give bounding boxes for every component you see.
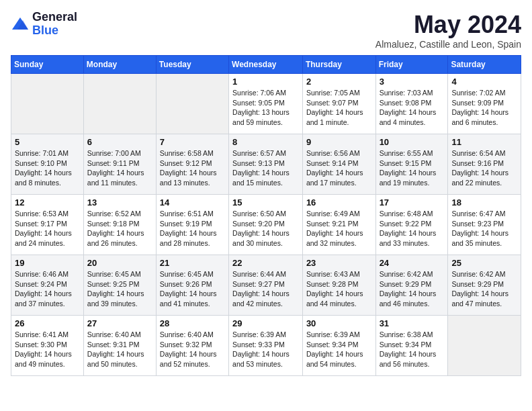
day-number: 11 bbox=[451, 137, 517, 147]
day-cell: 21Sunrise: 6:45 AM Sunset: 9:26 PM Dayli… bbox=[156, 255, 228, 316]
day-number: 2 bbox=[306, 77, 372, 87]
day-number: 31 bbox=[380, 318, 445, 328]
day-number: 21 bbox=[160, 258, 225, 268]
day-info: Sunrise: 6:45 AM Sunset: 9:25 PM Dayligh… bbox=[87, 269, 152, 309]
day-info: Sunrise: 6:49 AM Sunset: 9:21 PM Dayligh… bbox=[306, 209, 372, 248]
day-info: Sunrise: 6:41 AM Sunset: 9:30 PM Dayligh… bbox=[15, 330, 80, 369]
day-info: Sunrise: 6:38 AM Sunset: 9:34 PM Dayligh… bbox=[380, 330, 445, 369]
day-cell bbox=[156, 74, 228, 134]
day-cell: 5Sunrise: 7:01 AM Sunset: 9:10 PM Daylig… bbox=[11, 134, 84, 195]
calendar-table: SundayMondayTuesdayWednesdayThursdayFrid… bbox=[11, 55, 521, 376]
day-cell: 15Sunrise: 6:50 AM Sunset: 9:20 PM Dayli… bbox=[229, 195, 303, 255]
day-number: 27 bbox=[87, 318, 152, 328]
day-info: Sunrise: 7:06 AM Sunset: 9:05 PM Dayligh… bbox=[232, 88, 299, 128]
col-header-sunday: Sunday bbox=[11, 56, 84, 74]
day-cell: 23Sunrise: 6:43 AM Sunset: 9:28 PM Dayli… bbox=[302, 255, 375, 316]
day-info: Sunrise: 6:45 AM Sunset: 9:26 PM Dayligh… bbox=[160, 269, 225, 309]
day-number: 25 bbox=[451, 258, 517, 268]
day-number: 19 bbox=[15, 258, 80, 268]
day-number: 7 bbox=[160, 137, 225, 147]
day-number: 5 bbox=[15, 137, 80, 147]
col-header-monday: Monday bbox=[83, 56, 156, 74]
day-cell: 24Sunrise: 6:42 AM Sunset: 9:29 PM Dayli… bbox=[375, 255, 448, 316]
col-header-thursday: Thursday bbox=[302, 56, 375, 74]
day-cell: 10Sunrise: 6:55 AM Sunset: 9:15 PM Dayli… bbox=[375, 134, 448, 195]
day-cell: 14Sunrise: 6:51 AM Sunset: 9:19 PM Dayli… bbox=[156, 195, 228, 255]
day-cell: 16Sunrise: 6:49 AM Sunset: 9:21 PM Dayli… bbox=[302, 195, 375, 255]
day-number: 20 bbox=[87, 258, 152, 268]
week-row-4: 19Sunrise: 6:46 AM Sunset: 9:24 PM Dayli… bbox=[11, 255, 521, 316]
day-cell: 20Sunrise: 6:45 AM Sunset: 9:25 PM Dayli… bbox=[83, 255, 156, 316]
day-cell: 13Sunrise: 6:52 AM Sunset: 9:18 PM Dayli… bbox=[83, 195, 156, 255]
day-info: Sunrise: 6:39 AM Sunset: 9:33 PM Dayligh… bbox=[232, 330, 299, 369]
day-info: Sunrise: 7:02 AM Sunset: 9:09 PM Dayligh… bbox=[451, 88, 517, 128]
day-number: 14 bbox=[160, 197, 225, 208]
day-cell: 4Sunrise: 7:02 AM Sunset: 9:09 PM Daylig… bbox=[448, 74, 521, 134]
day-cell: 28Sunrise: 6:40 AM Sunset: 9:32 PM Dayli… bbox=[156, 316, 228, 376]
day-number: 28 bbox=[160, 318, 225, 328]
day-number: 6 bbox=[87, 137, 152, 147]
day-cell: 25Sunrise: 6:42 AM Sunset: 9:29 PM Dayli… bbox=[448, 255, 521, 316]
day-number: 15 bbox=[232, 197, 299, 208]
day-cell: 11Sunrise: 6:54 AM Sunset: 9:16 PM Dayli… bbox=[448, 134, 521, 195]
day-info: Sunrise: 6:48 AM Sunset: 9:22 PM Dayligh… bbox=[380, 209, 445, 248]
day-info: Sunrise: 6:52 AM Sunset: 9:18 PM Dayligh… bbox=[87, 209, 152, 248]
day-cell bbox=[448, 316, 521, 376]
logo-general-text: General bbox=[32, 11, 77, 24]
day-info: Sunrise: 7:00 AM Sunset: 9:11 PM Dayligh… bbox=[87, 148, 152, 188]
day-number: 9 bbox=[306, 137, 372, 147]
day-info: Sunrise: 6:46 AM Sunset: 9:24 PM Dayligh… bbox=[15, 269, 80, 309]
day-number: 18 bbox=[451, 197, 517, 208]
day-number: 23 bbox=[306, 258, 372, 268]
day-number: 8 bbox=[232, 137, 299, 147]
day-cell bbox=[83, 74, 156, 134]
day-info: Sunrise: 7:03 AM Sunset: 9:08 PM Dayligh… bbox=[380, 88, 445, 128]
logo: General Blue bbox=[11, 11, 77, 38]
day-info: Sunrise: 6:57 AM Sunset: 9:13 PM Dayligh… bbox=[232, 148, 299, 188]
calendar-header: SundayMondayTuesdayWednesdayThursdayFrid… bbox=[11, 56, 521, 74]
day-cell: 9Sunrise: 6:56 AM Sunset: 9:14 PM Daylig… bbox=[302, 134, 375, 195]
day-cell: 8Sunrise: 6:57 AM Sunset: 9:13 PM Daylig… bbox=[229, 134, 303, 195]
day-cell: 12Sunrise: 6:53 AM Sunset: 9:17 PM Dayli… bbox=[11, 195, 84, 255]
day-info: Sunrise: 7:01 AM Sunset: 9:10 PM Dayligh… bbox=[15, 148, 80, 188]
day-cell: 19Sunrise: 6:46 AM Sunset: 9:24 PM Dayli… bbox=[11, 255, 84, 316]
logo-icon bbox=[11, 15, 30, 34]
page-header: General Blue May 2024 Almaluez, Castille… bbox=[11, 11, 521, 50]
day-number: 24 bbox=[380, 258, 445, 268]
day-cell: 31Sunrise: 6:38 AM Sunset: 9:34 PM Dayli… bbox=[375, 316, 448, 376]
logo-blue-text: Blue bbox=[32, 24, 77, 38]
week-row-1: 1Sunrise: 7:06 AM Sunset: 9:05 PM Daylig… bbox=[11, 74, 521, 134]
day-cell: 6Sunrise: 7:00 AM Sunset: 9:11 PM Daylig… bbox=[83, 134, 156, 195]
day-info: Sunrise: 6:55 AM Sunset: 9:15 PM Dayligh… bbox=[380, 148, 445, 188]
week-row-3: 12Sunrise: 6:53 AM Sunset: 9:17 PM Dayli… bbox=[11, 195, 521, 255]
col-header-saturday: Saturday bbox=[448, 56, 521, 74]
day-cell: 27Sunrise: 6:40 AM Sunset: 9:31 PM Dayli… bbox=[83, 316, 156, 376]
col-header-wednesday: Wednesday bbox=[229, 56, 303, 74]
day-info: Sunrise: 6:44 AM Sunset: 9:27 PM Dayligh… bbox=[232, 269, 299, 309]
day-info: Sunrise: 6:42 AM Sunset: 9:29 PM Dayligh… bbox=[380, 269, 445, 309]
col-header-tuesday: Tuesday bbox=[156, 56, 228, 74]
day-number: 4 bbox=[451, 77, 517, 87]
day-cell bbox=[11, 74, 84, 134]
day-info: Sunrise: 6:51 AM Sunset: 9:19 PM Dayligh… bbox=[160, 209, 225, 248]
day-cell: 2Sunrise: 7:05 AM Sunset: 9:07 PM Daylig… bbox=[302, 74, 375, 134]
day-info: Sunrise: 6:47 AM Sunset: 9:23 PM Dayligh… bbox=[451, 209, 517, 248]
day-cell: 7Sunrise: 6:58 AM Sunset: 9:12 PM Daylig… bbox=[156, 134, 228, 195]
location-subtitle: Almaluez, Castille and Leon, Spain bbox=[375, 39, 521, 50]
day-cell: 26Sunrise: 6:41 AM Sunset: 9:30 PM Dayli… bbox=[11, 316, 84, 376]
day-info: Sunrise: 6:50 AM Sunset: 9:20 PM Dayligh… bbox=[232, 209, 299, 248]
title-block: May 2024 Almaluez, Castille and Leon, Sp… bbox=[375, 11, 521, 50]
day-cell: 29Sunrise: 6:39 AM Sunset: 9:33 PM Dayli… bbox=[229, 316, 303, 376]
day-number: 16 bbox=[306, 197, 372, 208]
day-number: 17 bbox=[380, 197, 445, 208]
day-info: Sunrise: 6:39 AM Sunset: 9:34 PM Dayligh… bbox=[306, 330, 372, 369]
day-cell: 1Sunrise: 7:06 AM Sunset: 9:05 PM Daylig… bbox=[229, 74, 303, 134]
day-cell: 3Sunrise: 7:03 AM Sunset: 9:08 PM Daylig… bbox=[375, 74, 448, 134]
day-info: Sunrise: 6:53 AM Sunset: 9:17 PM Dayligh… bbox=[15, 209, 80, 248]
day-info: Sunrise: 6:40 AM Sunset: 9:32 PM Dayligh… bbox=[160, 330, 225, 369]
day-number: 10 bbox=[380, 137, 445, 147]
day-info: Sunrise: 6:58 AM Sunset: 9:12 PM Dayligh… bbox=[160, 148, 225, 188]
day-cell: 22Sunrise: 6:44 AM Sunset: 9:27 PM Dayli… bbox=[229, 255, 303, 316]
week-row-5: 26Sunrise: 6:41 AM Sunset: 9:30 PM Dayli… bbox=[11, 316, 521, 376]
day-cell: 17Sunrise: 6:48 AM Sunset: 9:22 PM Dayli… bbox=[375, 195, 448, 255]
